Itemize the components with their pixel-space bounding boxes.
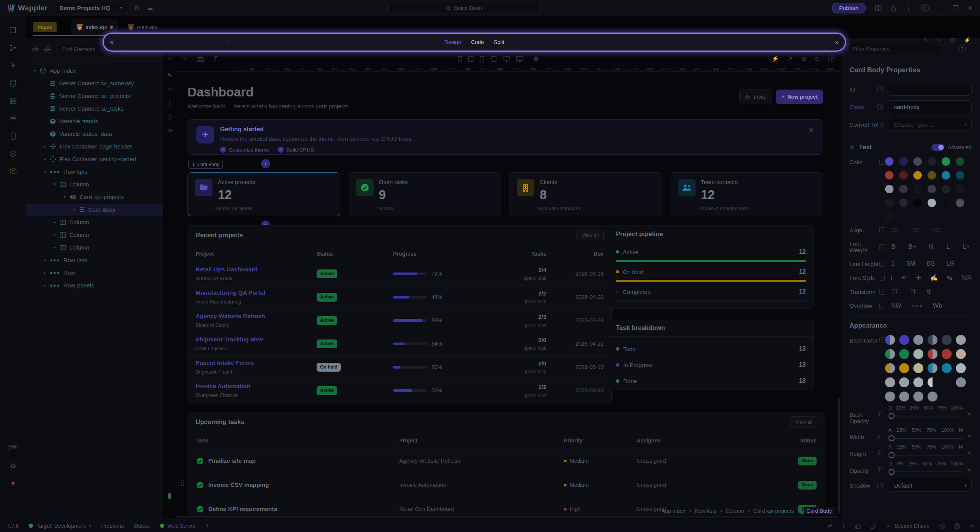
free-resize-icon[interactable]: ✥ xyxy=(533,56,539,62)
tree-item-status-data[interactable]: Variablestatus_data xyxy=(26,127,163,140)
project-selector[interactable]: Demo Projects HQ ▾ xyxy=(55,3,127,13)
scale-label[interactable]: 10% xyxy=(896,405,905,411)
option-n[interactable]: N xyxy=(929,243,934,250)
back-color-swatch[interactable] xyxy=(913,335,923,345)
chevron-up-icon[interactable] xyxy=(969,524,975,527)
color-swatch[interactable] xyxy=(942,171,950,180)
back-color-swatch[interactable] xyxy=(956,335,966,345)
breadcrumb-item[interactable]: Card kpi-projects xyxy=(753,508,794,514)
tree-item-column[interactable]: ▸Column xyxy=(26,228,163,241)
view-all-button[interactable]: View all xyxy=(577,230,604,241)
scale-label[interactable]: D xyxy=(889,405,892,411)
cloud-sync-icon[interactable]: ☁ xyxy=(147,5,153,11)
scale-label[interactable]: 25% xyxy=(897,444,906,450)
slider-knob[interactable] xyxy=(889,452,895,458)
help-icon[interactable]: ? xyxy=(921,4,929,12)
tablet-portrait-icon[interactable] xyxy=(468,56,474,62)
color-swatch[interactable] xyxy=(885,171,893,180)
tools-icon[interactable]: ✂ xyxy=(937,37,942,44)
layers-icon[interactable] xyxy=(0,145,26,162)
info-icon[interactable]: i xyxy=(877,104,883,110)
settings-gear-icon[interactable]: ⚙ xyxy=(134,5,140,11)
open-in-browser-icon[interactable]: ↗ xyxy=(787,56,792,62)
project-link[interactable]: Invoice Automation xyxy=(196,383,317,390)
back-color-swatch[interactable] xyxy=(942,349,952,359)
split-mode-button[interactable]: Split xyxy=(494,39,504,45)
new-project-button[interactable]: + New project xyxy=(776,90,823,104)
color-swatch[interactable] xyxy=(942,185,950,193)
back-color-swatch[interactable] xyxy=(956,363,966,373)
pages-panel-icon[interactable]: ❐ xyxy=(0,21,26,39)
info-icon[interactable]: i xyxy=(877,450,882,456)
chevron-right-icon[interactable]: ▸ xyxy=(72,207,77,212)
design-mode-button[interactable]: Design xyxy=(444,39,461,45)
project-link[interactable]: Agency Website Refresh xyxy=(196,313,317,320)
convert-to-select[interactable]: Choose Type ... ▾ xyxy=(889,118,972,131)
color-swatch[interactable] xyxy=(956,199,964,207)
color-swatch[interactable] xyxy=(956,185,964,193)
slider-knob[interactable] xyxy=(889,435,895,441)
tree-item-index[interactable]: ▾Appindex xyxy=(26,64,163,77)
tree-item-column[interactable]: ▸Column xyxy=(26,216,163,228)
chevron-down-icon[interactable]: ▾ xyxy=(32,68,38,73)
color-swatch[interactable] xyxy=(913,199,922,207)
tree-item-lists[interactable]: ▸●●●Rowlists xyxy=(26,254,163,266)
chevron-right-icon[interactable]: ▸ xyxy=(42,157,47,162)
phone-icon[interactable] xyxy=(458,56,462,62)
width-clear-icon[interactable]: ✕ xyxy=(967,433,972,440)
props-help-icon[interactable]: ? xyxy=(958,45,966,52)
preview-eye-icon[interactable] xyxy=(163,124,176,137)
back-color-swatch[interactable] xyxy=(885,377,895,387)
scale-label[interactable]: 0% xyxy=(897,461,903,467)
table-row[interactable]: Manufacturing QA PortalAcme Manufacturin… xyxy=(188,286,611,309)
minimize-button[interactable]: — xyxy=(938,5,944,11)
collapse-right-icon[interactable]: » xyxy=(835,38,839,46)
back-color-swatch[interactable] xyxy=(885,392,895,401)
option-sm[interactable]: SM xyxy=(906,260,915,267)
drag-handle-icon[interactable]: ✥ xyxy=(849,144,854,151)
tree-item-column[interactable]: ▾Column xyxy=(26,178,163,191)
table-row[interactable]: Patient Intake FormsBrightside HealthOn … xyxy=(188,356,611,379)
color-swatch[interactable] xyxy=(885,157,893,166)
info-icon[interactable]: i xyxy=(879,227,885,233)
pages-button[interactable]: Pages xyxy=(33,22,57,32)
color-swatch[interactable] xyxy=(885,199,893,207)
collapse-left-icon[interactable]: « xyxy=(110,38,114,46)
scale-label[interactable]: 50% xyxy=(923,405,933,411)
theme-droplet-icon[interactable] xyxy=(891,5,896,11)
table-row[interactable]: Invoice CSV mappingInvoice AutomationMed… xyxy=(188,473,825,497)
mobile-app-icon[interactable] xyxy=(0,127,26,145)
back-color-swatch[interactable] xyxy=(928,349,938,359)
workflows-icon[interactable] xyxy=(0,39,26,57)
app-badge[interactable]: 228 xyxy=(0,439,26,457)
info-icon[interactable]: i xyxy=(879,275,885,281)
back-color-swatch[interactable] xyxy=(956,377,966,387)
color-swatch[interactable] xyxy=(885,185,893,193)
color-swatch[interactable] xyxy=(899,199,908,207)
info-icon[interactable]: i xyxy=(877,86,883,92)
slider-track[interactable] xyxy=(895,455,963,455)
option-b[interactable]: B xyxy=(891,243,895,250)
scale-label[interactable]: 25% xyxy=(910,405,919,411)
info-icon[interactable]: i xyxy=(879,289,885,295)
scale-label[interactable]: 100% xyxy=(951,405,963,411)
tree-item-getting-started[interactable]: ▸Flex Containergetting-started xyxy=(26,153,163,165)
back-color-swatch[interactable] xyxy=(885,349,895,359)
shadow-select[interactable]: Default ▾ xyxy=(889,479,972,492)
color-swatch[interactable] xyxy=(928,157,936,166)
scale-label[interactable]: 50% xyxy=(912,428,921,433)
table-row[interactable]: Retail Ops DashboardNorthwind RetailActi… xyxy=(188,262,611,286)
breadcrumb-current[interactable]: Card Body xyxy=(803,507,835,515)
chevron-down-icon[interactable]: ▾ xyxy=(62,194,67,199)
back-opacity-clear-icon[interactable]: ✕ xyxy=(967,411,972,418)
class-input[interactable]: card-body xyxy=(889,100,972,113)
font-style-na[interactable]: N/A xyxy=(961,274,972,281)
back-color-swatch[interactable] xyxy=(899,377,909,387)
edit-pencil-icon[interactable]: ✎ xyxy=(923,37,928,44)
table-row[interactable]: Finalize site mapAgency Website RefreshM… xyxy=(188,449,825,473)
chevron-right-icon[interactable]: ▸ xyxy=(52,220,57,225)
tree-item-kpi-projects[interactable]: ▾Cardkpi-projects xyxy=(26,191,163,203)
back-color-swatch[interactable] xyxy=(885,363,895,373)
scale-label[interactable]: 75% xyxy=(937,405,947,411)
screenshot-camera-icon[interactable] xyxy=(197,56,204,62)
